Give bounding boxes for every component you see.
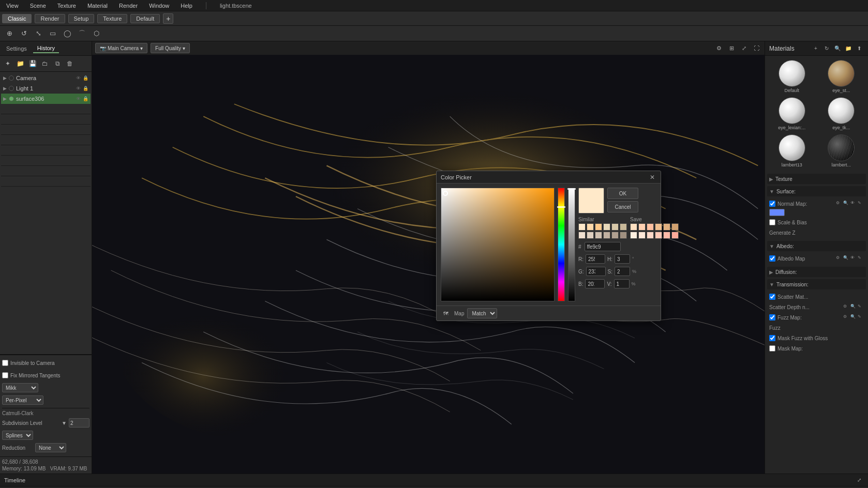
- open-icon[interactable]: 📁: [14, 58, 26, 69]
- color-picker-close-button[interactable]: ✕: [648, 173, 656, 181]
- select-poly-icon[interactable]: ⬡: [90, 27, 102, 40]
- similar-color-cell[interactable]: [595, 232, 602, 239]
- scale-tool-icon[interactable]: ⤡: [32, 27, 44, 40]
- r-input[interactable]: [586, 254, 605, 264]
- menu-texture[interactable]: Texture: [55, 2, 78, 10]
- albedo-settings-icon[interactable]: ⚙: [836, 255, 842, 262]
- scatter-edit-icon[interactable]: ✎: [858, 304, 864, 310]
- normal-map-swatch[interactable]: [769, 209, 785, 216]
- menu-help[interactable]: Help: [178, 2, 194, 10]
- tab-default[interactable]: Default: [130, 14, 160, 23]
- save-color-cell[interactable]: [647, 223, 654, 231]
- tab-render[interactable]: Render: [35, 14, 65, 23]
- similar-color-cell[interactable]: [603, 223, 610, 231]
- s-input[interactable]: [615, 267, 630, 276]
- save-color-cell[interactable]: [655, 223, 662, 231]
- save-color-cell[interactable]: [638, 232, 646, 239]
- settings-icon[interactable]: ⚙: [714, 43, 724, 53]
- g-input[interactable]: [586, 267, 606, 276]
- folder-icon[interactable]: 🗀: [39, 58, 51, 69]
- rotate-tool-icon[interactable]: ↺: [18, 27, 30, 40]
- camera-selector[interactable]: 📷 Main Camera ▾: [95, 43, 147, 53]
- save-color-cell[interactable]: [630, 232, 637, 239]
- material-eye-lexian[interactable]: eye_lexian:...: [768, 96, 816, 131]
- albedo-section-header[interactable]: ▼ Albedo:: [767, 241, 866, 251]
- save-icon[interactable]: 💾: [27, 58, 38, 69]
- tangent-select[interactable]: Mikk: [2, 383, 38, 392]
- folder-mat-icon[interactable]: 📁: [844, 44, 853, 53]
- subdivision-level-input[interactable]: [69, 418, 89, 428]
- mask-map-checkbox[interactable]: [769, 345, 775, 352]
- similar-color-cell[interactable]: [620, 223, 627, 231]
- add-tab-button[interactable]: +: [163, 13, 173, 24]
- similar-color-cell[interactable]: [595, 223, 602, 231]
- move-tool-icon[interactable]: ⊕: [3, 27, 16, 40]
- hex-input[interactable]: [585, 242, 621, 251]
- fullscreen-icon[interactable]: ⛶: [751, 43, 761, 53]
- select-box-icon[interactable]: ▭: [47, 27, 59, 40]
- scatter-search-icon[interactable]: 🔍: [850, 304, 857, 310]
- add-material-icon[interactable]: +: [811, 44, 820, 53]
- tab-setup[interactable]: Setup: [68, 14, 95, 23]
- tab-texture[interactable]: Texture: [97, 14, 127, 23]
- transmission-section-header[interactable]: ▼ Transmission:: [767, 279, 866, 289]
- panel-tab-settings[interactable]: Settings: [2, 44, 31, 53]
- fuzz-map-checkbox[interactable]: [769, 314, 775, 321]
- reduction-select[interactable]: None: [35, 443, 66, 452]
- panel-tab-history[interactable]: History: [33, 44, 59, 53]
- save-color-cell[interactable]: [655, 232, 662, 239]
- alpha-brightness-slider[interactable]: [568, 188, 575, 301]
- scatter-mat-checkbox[interactable]: [769, 294, 775, 300]
- fix-mirrored-checkbox[interactable]: [2, 372, 8, 378]
- save-color-cell[interactable]: [638, 223, 646, 231]
- save-color-cell[interactable]: [630, 223, 637, 231]
- save-color-cell[interactable]: [647, 232, 654, 239]
- menu-render[interactable]: Render: [117, 2, 140, 10]
- cancel-button[interactable]: Cancel: [607, 201, 638, 212]
- menu-material[interactable]: Material: [85, 2, 110, 10]
- fuzz-map-edit-icon[interactable]: ✎: [858, 314, 864, 321]
- normal-map-settings-icon[interactable]: ⚙: [836, 201, 842, 207]
- mask-fuzz-checkbox[interactable]: [769, 335, 775, 341]
- hue-slider[interactable]: [558, 188, 565, 301]
- menu-window[interactable]: Window: [147, 2, 171, 10]
- view-icon[interactable]: ⊞: [726, 43, 737, 53]
- color-picker-titlebar[interactable]: Color Picker ✕: [437, 171, 661, 184]
- scatter-settings-icon[interactable]: ⚙: [843, 304, 849, 310]
- uv-select[interactable]: Per-Pixel: [2, 395, 43, 405]
- material-eye-st[interactable]: eye_st...: [818, 59, 865, 94]
- normal-map-checkbox[interactable]: [769, 201, 775, 207]
- tab-classic[interactable]: Classic: [2, 14, 32, 23]
- similar-color-cell[interactable]: [603, 232, 610, 239]
- save-color-cell[interactable]: [663, 232, 670, 239]
- quality-selector[interactable]: Full Quality ▾: [151, 43, 190, 53]
- menu-view[interactable]: View: [4, 2, 21, 10]
- color-gradient-picker[interactable]: [441, 188, 555, 301]
- scale-bias-checkbox[interactable]: [769, 219, 775, 225]
- material-lambert13[interactable]: lambert13: [768, 133, 816, 169]
- import-icon[interactable]: ⬆: [855, 44, 864, 53]
- similar-color-cell[interactable]: [587, 232, 594, 239]
- b-input[interactable]: [585, 279, 605, 288]
- save-color-cell[interactable]: [671, 223, 679, 231]
- invisible-camera-checkbox[interactable]: [2, 360, 8, 366]
- material-default[interactable]: Default: [768, 59, 816, 94]
- material-eye-tk[interactable]: eye_tk...: [818, 96, 865, 131]
- save-color-cell[interactable]: [663, 223, 670, 231]
- albedo-map-checkbox[interactable]: [769, 255, 775, 262]
- match-select[interactable]: Match: [467, 308, 497, 318]
- duplicate-icon[interactable]: ⧉: [52, 58, 63, 69]
- scene-item-surface[interactable]: ▶ surface306 👁 🔒: [1, 94, 91, 104]
- surface-section-header[interactable]: ▼ Surface:: [767, 186, 866, 196]
- scene-item-camera[interactable]: ▶ Camera 👁 🔒: [1, 73, 91, 83]
- similar-color-cell[interactable]: [620, 232, 627, 239]
- select-lasso-icon[interactable]: ⌒: [76, 27, 88, 40]
- menu-scene[interactable]: Scene: [28, 2, 48, 10]
- fuzz-map-search-icon[interactable]: 🔍: [850, 314, 857, 321]
- normal-map-edit-icon[interactable]: ✎: [858, 201, 864, 207]
- normal-map-eye-icon[interactable]: 👁: [850, 201, 857, 207]
- material-lambert-hair[interactable]: lambert...: [818, 133, 865, 169]
- select-circle-icon[interactable]: ◯: [61, 27, 73, 40]
- similar-color-cell[interactable]: [611, 232, 619, 239]
- search-icon[interactable]: 🔍: [833, 44, 842, 53]
